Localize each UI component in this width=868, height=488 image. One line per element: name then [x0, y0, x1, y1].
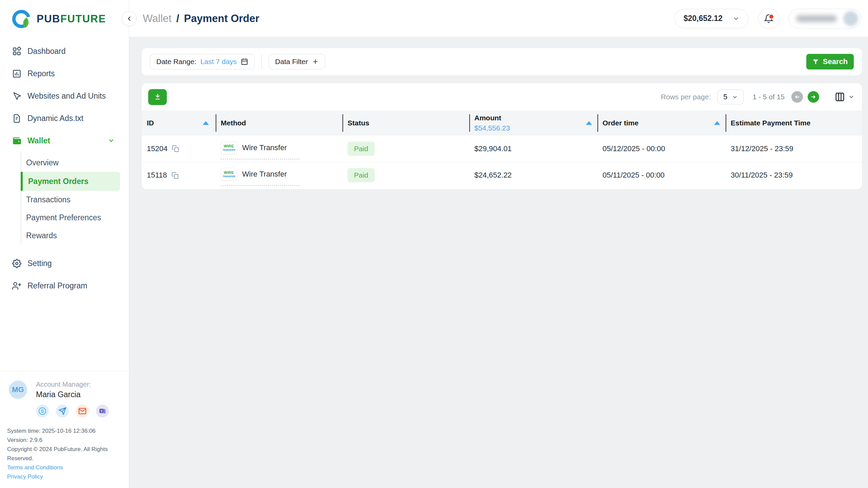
sort-asc-icon[interactable] — [586, 121, 592, 125]
brand-logo[interactable]: PUBFUTURE — [0, 0, 129, 38]
column-label: Estimate Payment Time — [731, 119, 810, 127]
email-icon[interactable] — [76, 405, 89, 418]
sidebar-item-label: Dashboard — [27, 47, 66, 56]
sidebar-item-referral-program[interactable]: Referral Program — [0, 274, 129, 297]
sidebar-item-label: Rewards — [26, 231, 57, 240]
terms-link[interactable]: Terms and Conditions — [7, 463, 129, 472]
user-name-blurred — [796, 15, 836, 22]
copy-icon[interactable] — [172, 145, 179, 152]
search-button[interactable]: Search — [806, 54, 854, 69]
chevron-down-icon — [108, 137, 115, 144]
wallet-balance-dropdown[interactable]: $20,652.12 — [674, 9, 749, 28]
breadcrumb-separator: / — [176, 13, 179, 25]
breadcrumb-parent[interactable]: Wallet — [143, 13, 172, 25]
sidebar-item-label: Payment Preferences — [26, 213, 101, 222]
breadcrumb: Wallet / Payment Order — [143, 13, 259, 25]
wire-transfer-logo-icon: WIRE TRANSFER — [221, 141, 237, 154]
order-time: 05/12/2025 - 00:00 — [597, 136, 726, 162]
sidebar-nav: Dashboard Reports Websites and Ad Units … — [0, 40, 129, 297]
sidebar-item-overview[interactable]: Overview — [0, 154, 129, 172]
column-label: ID — [147, 119, 154, 127]
skype-icon[interactable]: S — [36, 405, 49, 418]
export-download-button[interactable] — [148, 89, 167, 105]
sort-asc-icon[interactable] — [714, 121, 720, 125]
column-header-method[interactable]: Method — [216, 110, 342, 136]
chevron-left-icon — [126, 15, 133, 22]
user-avatar-blurred — [843, 11, 858, 26]
column-header-order-time[interactable]: Order time — [597, 110, 726, 136]
column-header-id[interactable]: ID — [142, 110, 216, 136]
telegram-icon[interactable] — [56, 405, 69, 418]
sidebar-item-label: Referral Program — [27, 281, 87, 290]
sidebar-item-label: Setting — [27, 259, 52, 268]
account-manager-panel: MG Account Manager: Maria Garcia S T — [0, 371, 129, 421]
rows-per-page-label: Rows per page: — [661, 93, 711, 101]
sidebar-item-payment-orders[interactable]: Payment Orders — [21, 172, 120, 191]
next-page-button[interactable] — [808, 91, 819, 103]
sidebar-item-dashboard[interactable]: Dashboard — [0, 40, 129, 62]
column-label: Method — [221, 119, 246, 127]
sidebar-item-dynamic-ads-txt[interactable]: Dynamic Ads.txt — [0, 107, 129, 129]
order-amount: $29,904.01 — [469, 136, 597, 162]
filter-divider — [261, 54, 262, 69]
payment-method[interactable]: WIRE TRANSFER Wire Transfer — [221, 168, 299, 186]
chevron-down-icon — [732, 94, 738, 100]
order-time: 05/11/2025 - 00:00 — [597, 162, 726, 188]
funnel-icon — [812, 59, 819, 65]
date-range-value: Last 7 days — [200, 58, 237, 66]
pagination-range: 1 - 5 of 15 — [752, 93, 785, 101]
date-range-button[interactable]: Date Range: Last 7 days — [150, 54, 255, 69]
column-header-estimate-payment-time[interactable]: Estimate Payment Time — [726, 110, 862, 136]
payment-method-label: Wire Transfer — [242, 143, 287, 152]
account-manager-name: Maria Garcia — [36, 390, 109, 399]
chevron-down-icon — [733, 15, 739, 22]
columns-toggle-button[interactable] — [835, 92, 854, 102]
svg-text:T: T — [101, 410, 103, 413]
table-toolbar: Rows per page: 5 1 - 5 of 15 — [142, 83, 862, 110]
sidebar: PUBFUTURE Dashboard Reports Websites and… — [0, 0, 129, 488]
columns-icon — [835, 92, 845, 102]
column-label: Status — [348, 119, 369, 127]
sidebar-item-reports[interactable]: Reports — [0, 62, 129, 85]
order-id: 15204 — [147, 144, 167, 153]
column-header-amount[interactable]: Amount $54,556.23 — [469, 110, 597, 136]
wire-transfer-logo-icon: WIRE TRANSFER — [221, 168, 237, 181]
sidebar-item-rewards[interactable]: Rewards — [0, 227, 129, 245]
payment-orders-table: ID Method Status Amount $54,556.23 — [142, 110, 862, 188]
notifications-button[interactable] — [758, 8, 779, 29]
sidebar-item-payment-preferences[interactable]: Payment Preferences — [0, 209, 129, 227]
order-id: 15118 — [147, 171, 167, 180]
privacy-link[interactable]: Privacy Policy — [7, 472, 129, 481]
column-label: Amount — [474, 114, 597, 122]
rows-per-page-select[interactable]: 5 — [717, 89, 744, 104]
sort-asc-icon[interactable] — [203, 121, 209, 125]
sidebar-item-setting[interactable]: Setting — [0, 252, 129, 274]
sidebar-item-label: Payment Orders — [28, 177, 88, 186]
payment-method[interactable]: WIRE TRANSFER Wire Transfer — [221, 141, 299, 160]
table-row[interactable]: 15118 WIRE TRANSFER Wire Transfer — [142, 162, 862, 188]
arrow-right-icon — [810, 94, 816, 100]
data-filter-button[interactable]: Data Filter — [269, 54, 325, 69]
column-label: Order time — [603, 119, 638, 127]
payment-method-label: Wire Transfer — [242, 170, 287, 179]
table-row[interactable]: 15204 WIRE TRANSFER Wire Transfer — [142, 136, 862, 162]
brand-name: PUBFUTURE — [37, 13, 106, 25]
top-bar: Wallet / Payment Order $20,652.12 — [129, 0, 868, 37]
estimate-payment-time: 30/11/2025 - 23:59 — [726, 162, 862, 188]
previous-page-button[interactable] — [791, 91, 803, 103]
sidebar-item-websites-ad-units[interactable]: Websites and Ad Units — [0, 85, 129, 107]
sidebar-item-wallet[interactable]: Wallet — [0, 129, 129, 152]
status-badge: Paid — [348, 142, 375, 156]
column-header-status[interactable]: Status — [342, 110, 469, 136]
brand-name-pub: PUB — [37, 13, 60, 25]
estimate-payment-time: 31/12/2025 - 23:59 — [726, 136, 862, 162]
teams-icon[interactable]: T — [96, 405, 109, 418]
plus-icon — [312, 58, 319, 65]
copy-icon[interactable] — [172, 172, 179, 179]
sidebar-item-transactions[interactable]: Transactions — [0, 191, 129, 209]
system-time: System time: 2025-10-16 12:36:06 — [7, 426, 129, 435]
sidebar-item-label: Dynamic Ads.txt — [27, 114, 83, 123]
sidebar-collapse-button[interactable] — [122, 11, 137, 26]
user-menu[interactable] — [789, 9, 861, 28]
calendar-icon — [241, 58, 248, 65]
